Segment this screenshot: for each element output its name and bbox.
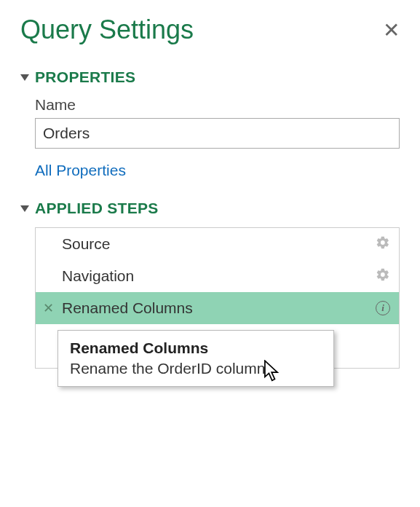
step-source[interactable]: Source (36, 228, 399, 260)
step-tooltip: Renamed Columns Rename the OrderID colum… (58, 330, 334, 387)
properties-heading: PROPERTIES (35, 68, 135, 86)
properties-header[interactable]: PROPERTIES (20, 68, 400, 86)
step-label: Renamed Columns (62, 299, 376, 317)
step-renamed-columns[interactable]: ✕ Renamed Columns i (36, 292, 399, 324)
panel-header: Query Settings ✕ (20, 15, 400, 45)
gear-icon[interactable] (376, 235, 390, 254)
tooltip-title: Renamed Columns (70, 339, 322, 357)
query-name-input[interactable] (35, 118, 400, 149)
collapse-arrow-icon (20, 205, 29, 212)
name-label: Name (35, 96, 400, 114)
panel-title: Query Settings (20, 15, 194, 45)
step-navigation[interactable]: Navigation (36, 260, 399, 292)
step-label: Navigation (62, 267, 376, 285)
applied-steps-section: APPLIED STEPS Source Navigation ✕ Rename… (20, 200, 400, 369)
close-icon[interactable]: ✕ (383, 18, 400, 42)
tooltip-description: Rename the OrderID column. (70, 360, 322, 377)
all-properties-link[interactable]: All Properties (35, 162, 400, 179)
gear-icon[interactable] (376, 267, 390, 286)
steps-heading: APPLIED STEPS (35, 200, 159, 217)
steps-header[interactable]: APPLIED STEPS (20, 200, 400, 217)
step-label: Source (62, 235, 376, 253)
delete-step-icon[interactable]: ✕ (43, 300, 54, 316)
info-icon[interactable]: i (376, 301, 390, 315)
collapse-arrow-icon (20, 74, 29, 81)
steps-list: Source Navigation ✕ Renamed Columns i Re… (35, 227, 400, 369)
properties-section: PROPERTIES Name All Properties (20, 68, 400, 179)
